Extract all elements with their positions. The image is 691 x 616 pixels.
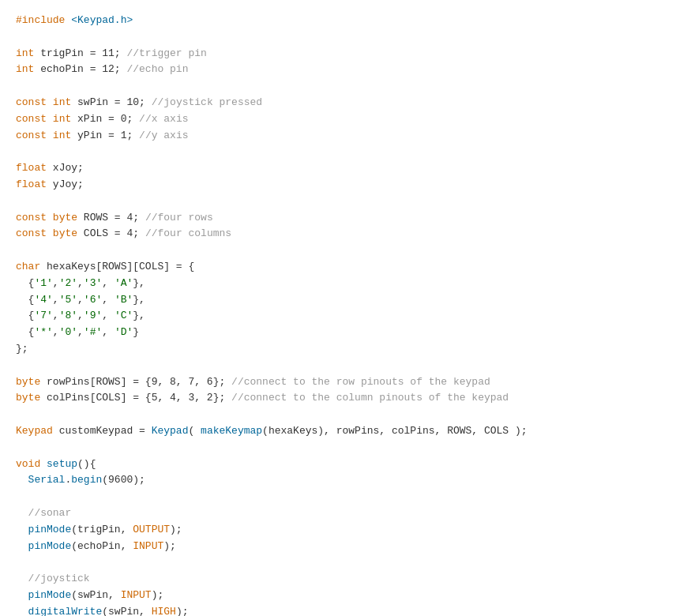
var-name: COLS = 4; — [84, 227, 139, 239]
code-text: (swPin, — [102, 606, 151, 616]
code-text: (swPin, — [71, 589, 120, 601]
char-literal: '0' — [59, 326, 77, 338]
code-line: {'*','0','#', 'D'} — [16, 325, 675, 341]
code-line: {'4','5','6', 'B'}, — [16, 292, 675, 309]
comment: //x axis — [139, 113, 188, 125]
var-name: hexaKeys[ROWS][COLS] = { — [47, 261, 194, 272]
var-name: trigPin = 11; — [40, 47, 120, 59]
comment: //joystick — [28, 573, 90, 584]
keyword-type: byte — [16, 392, 40, 404]
code-line: const int swPin = 10; //joystick pressed — [16, 95, 675, 111]
keyword-type: int — [16, 47, 34, 59]
code-text: }; — [16, 343, 28, 355]
code-text: ); — [176, 606, 189, 616]
code-text: , — [53, 310, 59, 321]
comment: //four rows — [145, 212, 213, 223]
code-text: , — [53, 326, 59, 338]
keyword-type: int — [53, 113, 71, 125]
keyword-type: int — [53, 96, 71, 108]
comment: //connect to the column pinouts of the k… — [231, 392, 509, 404]
code-line-blank — [16, 554, 675, 571]
func-name: begin — [71, 474, 102, 486]
func-name: digitalWrite — [28, 606, 103, 616]
keyword-type: void — [16, 458, 40, 470]
code-line: float yJoy; — [16, 177, 675, 193]
code-line: void setup(){ — [16, 456, 675, 473]
code-line-blank — [16, 242, 675, 259]
code-line-blank — [16, 144, 675, 160]
keyword-type: int — [53, 130, 71, 141]
code-text: (){ — [77, 458, 96, 470]
code-line: const byte COLS = 4; //four columns — [16, 226, 675, 242]
code-text: , — [102, 310, 115, 321]
code-line: pinMode(trigPin, OUTPUT); — [16, 522, 675, 539]
comment: //connect to the row pinouts of the keyp… — [231, 376, 490, 388]
var-name: echoPin = 12; — [40, 63, 120, 75]
code-text: ); — [152, 589, 164, 601]
code-text: (echoPin, — [71, 540, 133, 552]
code-text: (9600); — [102, 474, 145, 486]
code-text: (hexaKeys), rowPins, colPins, ROWS, COLS… — [262, 425, 527, 437]
code-line-blank — [16, 407, 675, 423]
code-line: {'7','8','9', 'C'}, — [16, 308, 675, 325]
code-line: byte colPins[COLS] = {5, 4, 3, 2}; //con… — [16, 390, 675, 407]
code-line: int echoPin = 12; //echo pin — [16, 62, 675, 78]
constant-input: INPUT — [121, 589, 152, 601]
code-text: ( — [188, 425, 201, 437]
comment: //y axis — [139, 130, 188, 141]
code-text: }, — [133, 294, 145, 306]
code-text: , — [77, 277, 84, 289]
comment: //trigger pin — [126, 47, 206, 59]
code-text: , — [77, 326, 84, 338]
var-name: xPin = 0; — [77, 113, 133, 125]
char-literal: '6' — [84, 294, 102, 306]
keyword-const: const — [16, 227, 47, 239]
keyword-type: int — [16, 63, 34, 75]
code-line-blank — [16, 29, 675, 46]
keyword-include: #include — [16, 14, 65, 26]
code-text: , — [53, 294, 59, 306]
constant-output: OUTPUT — [133, 524, 170, 535]
code-line-blank — [16, 78, 675, 95]
code-line-blank — [16, 358, 675, 374]
code-line: #include <Keypad.h> — [16, 13, 675, 29]
char-literal: '8' — [59, 310, 77, 321]
code-line: const byte ROWS = 4; //four rows — [16, 210, 675, 227]
code-text: } — [133, 326, 139, 338]
code-text: }, — [133, 310, 145, 321]
code-text: , — [77, 294, 84, 306]
var-name: swPin = 10; — [77, 96, 145, 108]
code-line: pinMode(echoPin, INPUT); — [16, 539, 675, 555]
keyword-type: float — [16, 178, 47, 190]
code-text: (trigPin, — [71, 524, 133, 535]
func-name: Keypad — [152, 425, 189, 437]
code-line: }; — [16, 341, 675, 358]
code-line: const int xPin = 0; //x axis — [16, 111, 675, 128]
code-line: int trigPin = 11; //trigger pin — [16, 46, 675, 62]
keyword-type: float — [16, 162, 47, 174]
code-line: float xJoy; — [16, 160, 675, 177]
code-line-blank — [16, 489, 675, 505]
keyword-type: char — [16, 261, 40, 272]
func-name: pinMode — [28, 540, 72, 552]
char-literal: 'C' — [115, 310, 133, 321]
code-text: , — [102, 294, 115, 306]
var-name: yPin = 1; — [77, 130, 133, 141]
char-literal: '9' — [84, 310, 102, 321]
header-file: <Keypad.h> — [71, 14, 133, 26]
func-name: setup — [47, 458, 77, 470]
comment: //sonar — [28, 507, 72, 519]
char-literal: '2' — [59, 277, 77, 289]
keyword-const: const — [16, 96, 47, 108]
code-text: ); — [170, 524, 182, 535]
var-name: customKeypad = — [59, 425, 152, 437]
code-line: Serial.begin(9600); — [16, 472, 675, 489]
keyword-type: byte — [16, 376, 40, 388]
code-line: digitalWrite(swPin, HIGH); — [16, 604, 675, 616]
func-name: pinMode — [28, 589, 72, 601]
char-literal: 'A' — [115, 277, 133, 289]
comment: //joystick pressed — [152, 96, 262, 108]
code-text: }, — [133, 277, 145, 289]
char-literal: '3' — [84, 277, 102, 289]
code-line: Keypad customKeypad = Keypad( makeKeymap… — [16, 423, 675, 440]
